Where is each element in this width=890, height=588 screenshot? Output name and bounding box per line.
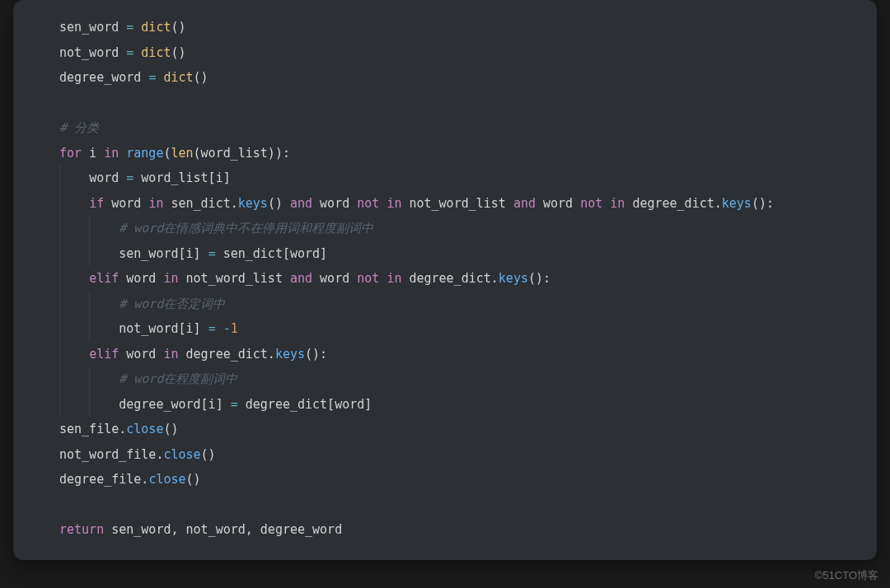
code-token: sen_word, not_word, degree_word bbox=[104, 522, 342, 537]
code-token: close bbox=[163, 447, 200, 462]
code-token: sen_word[i] bbox=[119, 246, 208, 261]
code-token: () bbox=[171, 45, 185, 60]
code-line[interactable]: sen_file.close() bbox=[13, 417, 877, 442]
code-token bbox=[119, 146, 126, 161]
code-token bbox=[134, 45, 141, 60]
code-token bbox=[602, 196, 610, 211]
code-token: (): bbox=[305, 347, 327, 362]
code-token bbox=[216, 321, 223, 336]
code-line[interactable]: return sen_word, not_word, degree_word bbox=[13, 517, 877, 543]
code-line[interactable]: # 分类 bbox=[13, 115, 877, 141]
code-line[interactable]: not_word_file.close() bbox=[13, 442, 877, 468]
indent-guide bbox=[59, 316, 60, 342]
code-token: = bbox=[126, 20, 134, 35]
code-token: word bbox=[119, 347, 163, 362]
code-token: word_list[i] bbox=[134, 170, 230, 185]
indent-guide bbox=[59, 241, 60, 267]
code-token: not_word[i] bbox=[119, 321, 208, 336]
code-token: keys bbox=[275, 347, 305, 362]
code-token: not bbox=[357, 271, 379, 286]
code-token: - bbox=[223, 321, 231, 336]
code-token: in bbox=[163, 347, 178, 362]
code-line[interactable] bbox=[13, 492, 877, 518]
code-token: (): bbox=[528, 271, 550, 286]
code-token: for bbox=[59, 146, 82, 161]
code-line[interactable]: elif word in not_word_list and word not … bbox=[13, 266, 877, 292]
code-token: (): bbox=[752, 196, 774, 211]
indent-guide bbox=[89, 216, 90, 241]
code-token: not_word_list bbox=[179, 271, 290, 286]
code-line[interactable]: degree_word = dict() bbox=[13, 65, 877, 91]
code-token: in bbox=[386, 196, 401, 211]
code-token: dict bbox=[163, 70, 193, 85]
code-token: degree_dict. bbox=[625, 196, 721, 211]
code-token: # word在否定词中 bbox=[119, 296, 225, 311]
code-token: keys bbox=[722, 196, 752, 211]
code-token: in bbox=[104, 146, 119, 161]
indent-guide bbox=[89, 241, 90, 267]
code-token: () bbox=[163, 422, 178, 436]
code-line[interactable]: degree_file.close() bbox=[13, 467, 877, 492]
code-token: len bbox=[171, 146, 193, 161]
indent-guide bbox=[89, 392, 90, 418]
code-token: word bbox=[312, 271, 357, 286]
code-token: not_word bbox=[59, 45, 126, 60]
code-line[interactable]: # word在情感词典中不在停用词和程度副词中 bbox=[13, 216, 877, 241]
indent-guide bbox=[59, 342, 60, 367]
code-token: and bbox=[290, 196, 312, 211]
code-token: in bbox=[148, 196, 163, 211]
code-token: and bbox=[513, 196, 536, 211]
code-content[interactable]: sen_word = dict()not_word = dict()degree… bbox=[13, 15, 877, 543]
code-token: () bbox=[268, 196, 290, 211]
code-token: in bbox=[610, 196, 625, 211]
code-token: dict bbox=[141, 20, 171, 35]
code-token: () bbox=[194, 70, 208, 85]
code-token: keys bbox=[499, 271, 528, 286]
code-token: = bbox=[208, 321, 216, 336]
code-token: = bbox=[126, 45, 134, 60]
code-token: degree_word[i] bbox=[119, 397, 230, 412]
code-token: and bbox=[290, 271, 312, 286]
code-token: degree_word bbox=[59, 70, 148, 85]
code-token: # word在情感词典中不在停用词和程度副词中 bbox=[119, 221, 373, 236]
code-line[interactable]: elif word in degree_dict.keys(): bbox=[13, 342, 877, 367]
code-token: = bbox=[231, 397, 238, 412]
code-token: degree_dict. bbox=[401, 271, 498, 286]
code-line[interactable]: sen_word = dict() bbox=[13, 15, 877, 40]
code-token: (word_list)): bbox=[194, 146, 290, 161]
code-token: i bbox=[82, 146, 104, 161]
indent-guide bbox=[59, 292, 60, 317]
code-token: elif bbox=[89, 347, 119, 362]
indent-guide bbox=[59, 166, 60, 191]
code-token: word bbox=[536, 196, 580, 211]
code-token: dict bbox=[141, 45, 171, 60]
code-token: close bbox=[126, 422, 163, 436]
code-token: in bbox=[163, 271, 178, 286]
code-line[interactable]: not_word = dict() bbox=[13, 40, 877, 66]
code-token: () bbox=[201, 447, 216, 462]
code-line[interactable]: not_word[i] = -1 bbox=[13, 316, 877, 342]
code-token: close bbox=[148, 472, 185, 487]
code-line[interactable]: for i in range(len(word_list)): bbox=[13, 141, 877, 166]
code-token: = bbox=[126, 170, 134, 185]
code-token: range bbox=[126, 146, 163, 161]
code-token: elif bbox=[89, 271, 119, 286]
indent-guide bbox=[89, 292, 90, 317]
code-token: word bbox=[312, 196, 357, 211]
code-token: not bbox=[580, 196, 602, 211]
code-editor[interactable]: sen_word = dict()not_word = dict()degree… bbox=[13, 0, 877, 560]
code-line[interactable]: word = word_list[i] bbox=[13, 166, 877, 191]
code-token: word bbox=[104, 196, 148, 211]
code-token: sen_word bbox=[59, 20, 126, 35]
indent-guide bbox=[59, 266, 60, 292]
code-token: in bbox=[386, 271, 401, 286]
code-line[interactable]: # word在程度副词中 bbox=[13, 366, 877, 392]
code-line[interactable]: sen_word[i] = sen_dict[word] bbox=[13, 241, 877, 267]
code-line[interactable]: # word在否定词中 bbox=[13, 292, 877, 317]
code-line[interactable] bbox=[13, 91, 877, 116]
code-token bbox=[134, 20, 141, 35]
code-line[interactable]: if word in sen_dict.keys() and word not … bbox=[13, 191, 877, 217]
code-line[interactable]: degree_word[i] = degree_dict[word] bbox=[13, 392, 877, 418]
code-token: degree_file. bbox=[59, 472, 148, 487]
code-token: # word在程度副词中 bbox=[119, 371, 237, 386]
